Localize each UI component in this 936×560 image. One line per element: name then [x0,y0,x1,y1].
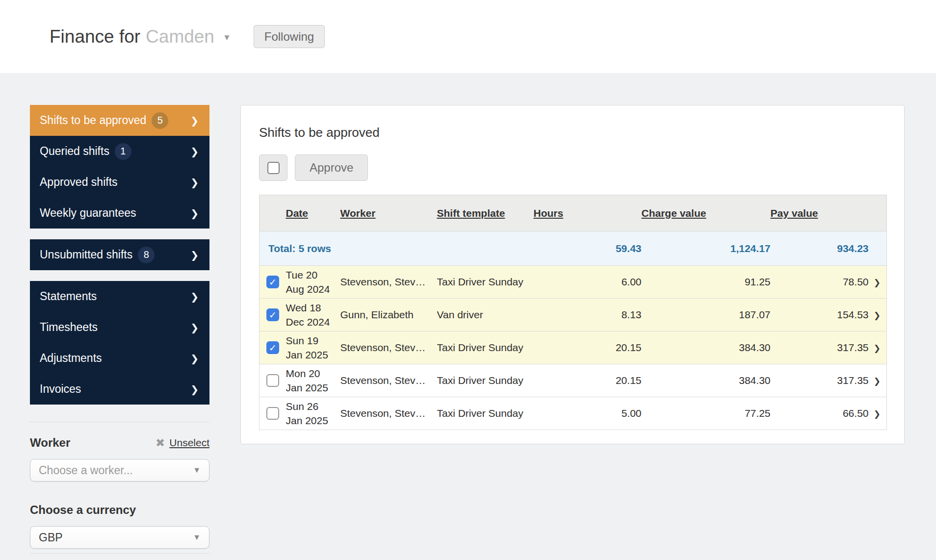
table-row[interactable]: ✓ Sun 19 Jan 2025 Stevenson, Stev… Taxi … [260,331,887,364]
pay-value-cell: 317.35 [771,331,869,364]
pay-value-cell: 66.50 [771,397,869,430]
sidebar-item-shifts-to-be-approved[interactable]: Shifts to be approved 5 ❯ [30,105,209,136]
chevron-right-icon: ❯ [190,207,199,219]
following-button[interactable]: Following [254,25,325,48]
sidebar-group-finance: Statements ❯ Timesheets ❯ Adjustments ❯ … [30,281,209,405]
worker-select-placeholder: Choose a worker... [39,464,133,477]
close-icon: ✖ [156,436,165,450]
total-hours: 59.43 [534,231,642,266]
sidebar-item-weekly-guarantees[interactable]: Weekly guarantees ❯ [30,198,209,229]
chevron-right-icon[interactable]: ❯ [874,311,881,320]
sidebar-item-timesheets[interactable]: Timesheets ❯ [30,312,209,343]
column-header-charge-value[interactable]: Charge value [642,195,771,231]
row-checkbox[interactable]: ✓ [266,341,279,354]
date-cell: Mon 20 Jan 2025 [286,364,340,397]
row-checkbox[interactable]: ✓ [266,276,279,288]
chevron-right-icon: ❯ [190,322,199,333]
shift-template-cell: Van driver [437,299,534,331]
date-cell: Tue 20 Aug 2024 [286,266,340,299]
checkmark-icon: ✓ [269,342,277,354]
column-header-worker[interactable]: Worker [340,195,437,231]
sidebar-item-unsubmitted-shifts[interactable]: Unsubmitted shifts 8 ❯ [30,239,209,270]
hours-cell: 20.15 [534,331,642,364]
charge-value-cell: 384.30 [642,364,771,397]
approve-button[interactable]: Approve [295,154,368,181]
shift-template-cell: Taxi Driver Sunday [437,331,534,364]
column-header-date[interactable]: Date [286,195,340,231]
worker-select[interactable]: Choose a worker... ▼ [30,459,209,482]
chevron-right-icon: ❯ [190,383,199,395]
select-all-button[interactable] [259,154,287,181]
charge-value-cell: 91.25 [642,266,771,299]
header-checkbox-spacer [260,195,286,231]
hours-cell: 5.00 [534,397,642,430]
charge-value-cell: 384.30 [642,331,771,364]
chevron-right-icon: ❯ [190,177,199,188]
total-charge-value: 1,124.17 [642,231,771,266]
sidebar-group-shifts: Shifts to be approved 5 ❯ Queried shifts… [30,105,209,229]
select-all-checkbox[interactable] [267,162,280,174]
unselect-control[interactable]: ✖ Unselect [156,436,209,450]
pay-value-cell: 78.50 [771,266,869,299]
sidebar-item-approved-shifts[interactable]: Approved shifts ❯ [30,167,209,198]
page-title-secondary: Camden [146,26,214,47]
chevron-right-icon[interactable]: ❯ [874,278,881,287]
table-controls: Approve [259,154,886,181]
chevron-right-icon[interactable]: ❯ [874,409,881,419]
sidebar-item-label: Shifts to be approved [40,114,146,127]
table-row[interactable]: ✓ Tue 20 Aug 2024 Stevenson, Stev… Taxi … [260,266,887,299]
count-badge: 1 [115,143,131,160]
worker-filter-header: Worker ✖ Unselect [30,436,209,450]
checkmark-icon: ✓ [269,309,277,321]
panel-heading: Shifts to be approved [259,125,886,140]
caret-down-icon: ▼ [193,533,201,542]
currency-label: Choose a currency [30,503,209,517]
sidebar-item-queried-shifts[interactable]: Queried shifts 1 ❯ [30,136,209,167]
row-checkbox[interactable]: ✓ [266,407,279,420]
title-caret-down-icon[interactable]: ▼ [223,33,231,43]
pay-value-cell: 154.53 [771,299,869,331]
sidebar-item-label: Queried shifts [40,145,109,158]
table-header-row: Date Worker Shift template Hours Charge … [260,195,887,231]
table-row[interactable]: ✓ Mon 20 Jan 2025 Stevenson, Stev… Taxi … [260,364,887,397]
currency-select[interactable]: GBP ▼ [30,526,209,549]
sidebar-item-adjustments[interactable]: Adjustments ❯ [30,343,209,374]
chevron-right-icon: ❯ [190,353,199,364]
sidebar-item-invoices[interactable]: Invoices ❯ [30,374,209,405]
column-header-shift-template[interactable]: Shift template [437,195,534,231]
sidebar-item-statements[interactable]: Statements ❯ [30,281,209,312]
total-row: Total: 5 rows 59.43 1,124.17 934.23 [260,231,887,266]
page-title: Finance for Camden ▼ [50,26,231,47]
column-header-pay-value[interactable]: Pay value [771,195,869,231]
count-badge: 5 [152,112,168,129]
page-title-primary: Finance for [50,26,140,47]
header-arrow-spacer [869,195,887,231]
hours-cell: 6.00 [534,266,642,299]
worker-cell: Stevenson, Stev… [340,331,437,364]
sidebar-item-label: Statements [40,290,97,303]
chevron-right-icon: ❯ [190,146,199,157]
count-badge: 8 [138,247,155,263]
chevron-right-icon[interactable]: ❯ [874,377,881,386]
sidebar-item-label: Weekly guarantees [40,206,136,220]
total-pay-value: 934.23 [771,231,869,266]
sidebar-group-unsubmitted: Unsubmitted shifts 8 ❯ [30,239,209,270]
row-checkbox[interactable]: ✓ [266,374,279,387]
table-row[interactable]: ✓ Wed 18 Dec 2024 Gunn, Elizabeth Van dr… [260,299,887,331]
table-row[interactable]: ✓ Sun 26 Jan 2025 Stevenson, Stev… Taxi … [260,397,887,430]
worker-label: Worker [30,436,70,450]
unselect-link: Unselect [169,437,209,449]
shift-template-cell: Taxi Driver Sunday [437,364,534,397]
top-header: Finance for Camden ▼ Following [0,0,936,73]
row-checkbox[interactable]: ✓ [266,308,279,321]
date-cell: Sun 19 Jan 2025 [286,331,340,364]
sidebar-bottom-divider [30,553,209,554]
column-header-hours[interactable]: Hours [534,195,642,231]
checkmark-icon: ✓ [269,277,277,288]
shift-template-cell: Taxi Driver Sunday [437,266,534,299]
chevron-right-icon[interactable]: ❯ [874,344,881,353]
currency-select-value: GBP [39,531,63,544]
chevron-right-icon: ❯ [190,249,199,261]
charge-value-cell: 77.25 [642,397,771,430]
chevron-right-icon: ❯ [190,291,199,303]
